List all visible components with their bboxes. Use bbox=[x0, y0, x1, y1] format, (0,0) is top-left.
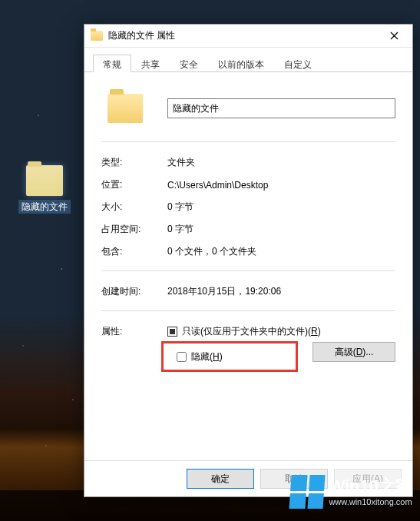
type-label: 类型: bbox=[101, 156, 167, 169]
disk-value: 0 字节 bbox=[167, 223, 395, 236]
location-label: 位置: bbox=[101, 178, 167, 191]
type-value: 文件夹 bbox=[167, 156, 395, 169]
tab-customize[interactable]: 自定义 bbox=[274, 55, 322, 72]
tab-row: 常规 共享 安全 以前的版本 自定义 bbox=[84, 52, 412, 72]
watermark: Win10之家 www.win10xitong.com bbox=[290, 475, 412, 509]
location-value: C:\Users\Admin\Desktop bbox=[167, 180, 395, 191]
titlebar[interactable]: 隐藏的文件 属性 bbox=[84, 25, 412, 48]
dialog-title: 隐藏的文件 属性 bbox=[108, 29, 377, 42]
folder-icon bbox=[91, 31, 103, 41]
desktop-icon-label: 隐藏的文件 bbox=[18, 200, 71, 214]
ok-button[interactable]: 确定 bbox=[187, 469, 254, 489]
size-label: 大小: bbox=[101, 201, 167, 214]
folder-large-icon bbox=[107, 94, 143, 123]
hidden-checkbox[interactable] bbox=[177, 352, 187, 362]
tab-sharing[interactable]: 共享 bbox=[131, 55, 170, 72]
tab-security[interactable]: 安全 bbox=[170, 55, 208, 72]
properties-dialog: 隐藏的文件 属性 常规 共享 安全 以前的版本 自定义 类型: 文件夹 位置: … bbox=[84, 24, 413, 497]
dialog-content: 类型: 文件夹 位置: C:\Users\Admin\Desktop 大小: 0… bbox=[84, 72, 412, 460]
folder-icon bbox=[26, 165, 63, 196]
attributes-label: 属性: bbox=[101, 325, 167, 338]
desktop-folder-icon[interactable]: 隐藏的文件 bbox=[15, 165, 74, 214]
folder-name-input[interactable] bbox=[167, 98, 395, 118]
created-label: 创建时间: bbox=[101, 285, 167, 298]
hidden-label: 隐藏(H) bbox=[191, 350, 223, 363]
advanced-button[interactable]: 高级(D)... bbox=[313, 342, 395, 362]
hidden-checkbox-row[interactable]: 隐藏(H) bbox=[167, 346, 244, 368]
contains-label: 包含: bbox=[101, 245, 167, 258]
windows-logo-icon bbox=[289, 475, 326, 509]
readonly-label: 只读(仅应用于文件夹中的文件)(R) bbox=[182, 325, 321, 338]
tab-general[interactable]: 常规 bbox=[93, 55, 131, 72]
disk-label: 占用空间: bbox=[101, 223, 167, 236]
size-value: 0 字节 bbox=[167, 201, 395, 214]
readonly-checkbox-row[interactable]: 只读(仅应用于文件夹中的文件)(R) bbox=[167, 325, 321, 338]
contains-value: 0 个文件，0 个文件夹 bbox=[167, 245, 395, 258]
close-button[interactable] bbox=[377, 25, 411, 47]
tab-previous-versions[interactable]: 以前的版本 bbox=[208, 55, 274, 72]
watermark-url: www.win10xitong.com bbox=[329, 497, 412, 507]
watermark-brand: Win10之家 bbox=[329, 476, 412, 496]
readonly-checkbox[interactable] bbox=[167, 327, 177, 337]
created-value: 2018年10月15日，19:20:06 bbox=[167, 285, 395, 298]
